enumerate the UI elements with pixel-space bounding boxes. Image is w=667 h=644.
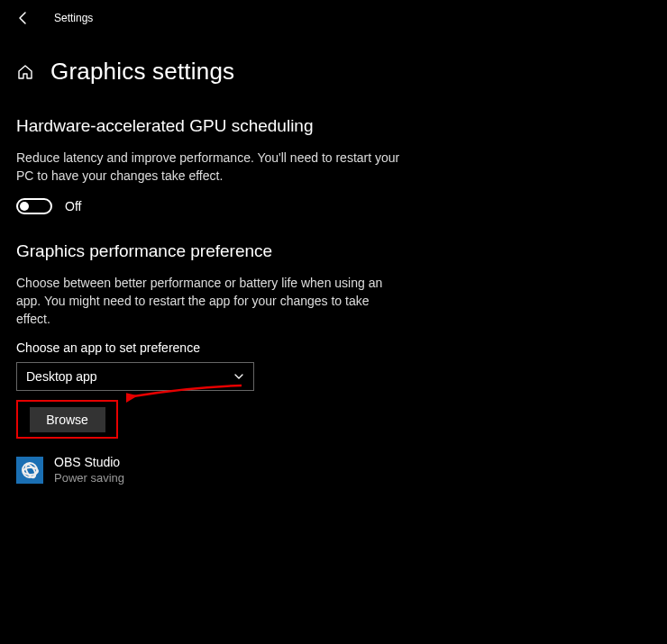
browse-highlight: Browse [16, 400, 118, 439]
window-title: Settings [54, 12, 93, 24]
app-name: OBS Studio [54, 455, 124, 471]
app-mode: Power saving [54, 471, 124, 485]
back-icon[interactable] [16, 11, 31, 25]
home-icon[interactable] [16, 63, 34, 81]
gpu-scheduling-toggle[interactable] [16, 198, 52, 214]
gpu-scheduling-toggle-label: Off [65, 199, 81, 213]
app-list-item[interactable]: OBS Studio Power saving [16, 455, 651, 485]
app-type-dropdown-value: Desktop app [26, 369, 97, 384]
obs-icon [16, 457, 43, 484]
gpu-scheduling-desc: Reduce latency and improve performance. … [16, 149, 404, 186]
browse-button[interactable]: Browse [30, 407, 105, 432]
chevron-down-icon [233, 371, 244, 382]
app-type-dropdown[interactable]: Desktop app [16, 362, 254, 391]
choose-app-label: Choose an app to set preference [16, 340, 651, 355]
perf-pref-heading: Graphics performance preference [16, 241, 651, 261]
perf-pref-desc: Choose between better performance or bat… [16, 274, 404, 329]
gpu-scheduling-heading: Hardware-accelerated GPU scheduling [16, 116, 651, 136]
page-title: Graphics settings [50, 58, 234, 86]
